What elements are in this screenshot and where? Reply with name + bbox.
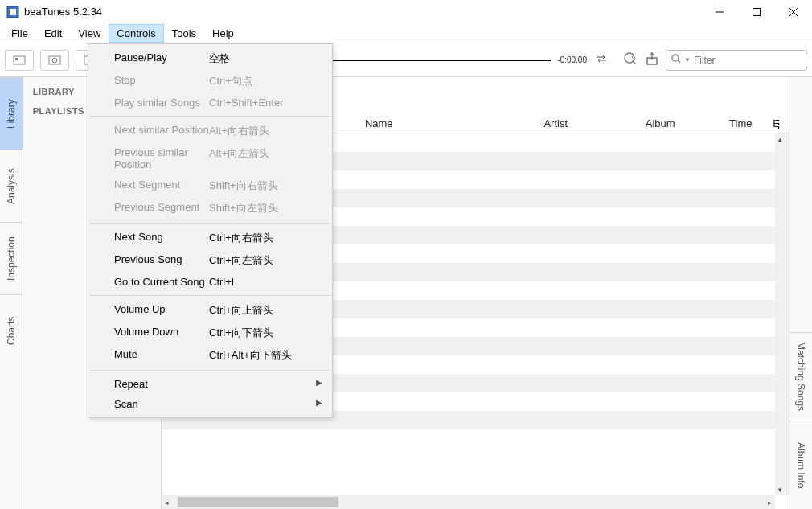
menu-item-label: Scan xyxy=(88,398,209,410)
toolbar-button-2[interactable] xyxy=(40,50,69,71)
menu-item-label: Previous Song xyxy=(88,253,209,268)
search-input[interactable] xyxy=(694,55,812,66)
window-title: beaTunes 5.2.34 xyxy=(24,6,102,18)
menu-item-shortcut: Ctrl+句点 xyxy=(209,74,332,88)
tab-inspection[interactable]: Inspection xyxy=(0,222,23,294)
column-album[interactable]: Album xyxy=(612,117,708,129)
menu-item-shortcut: 空格 xyxy=(209,51,332,66)
menu-separator xyxy=(89,295,331,296)
menu-item-shortcut: Alt+向右箭头 xyxy=(209,124,332,138)
app-icon xyxy=(6,6,19,18)
menu-help[interactable]: Help xyxy=(204,24,242,43)
menu-item-pause-play[interactable]: Pause/Play空格 xyxy=(88,47,332,70)
menu-item-shortcut xyxy=(209,378,332,390)
menu-item-next-segment: Next SegmentShift+向右箭头 xyxy=(88,174,332,197)
time-label: -0:00.00 xyxy=(557,55,587,64)
horizontal-scrollbar-thumb[interactable] xyxy=(178,497,338,507)
menu-item-label: Volume Up xyxy=(88,303,209,318)
column-artist[interactable]: Artist xyxy=(499,117,612,129)
menu-item-label: Repeat xyxy=(88,378,209,390)
menu-tools[interactable]: Tools xyxy=(164,24,204,43)
menu-separator xyxy=(89,116,331,117)
menu-item-previous-segment: Previous SegmentShift+向左箭头 xyxy=(88,197,332,220)
magnify-icon[interactable] xyxy=(622,51,638,69)
svg-line-16 xyxy=(678,60,680,63)
menu-item-mute[interactable]: MuteCtrl+Alt+向下箭头 xyxy=(88,344,332,367)
dropdown-arrow-icon[interactable]: ▼ xyxy=(684,56,691,64)
menu-item-shortcut: Ctrl+向下箭头 xyxy=(209,326,332,340)
horizontal-scrollbar[interactable] xyxy=(162,495,775,509)
svg-line-12 xyxy=(633,61,636,64)
menu-item-shortcut: Ctrl+向左箭头 xyxy=(209,253,332,268)
menu-item-label: Mute xyxy=(88,348,209,363)
menu-item-label: Stop xyxy=(88,74,209,88)
menu-item-stop: StopCtrl+句点 xyxy=(88,70,332,92)
menu-item-label: Previous Segment xyxy=(88,201,209,216)
menu-item-shortcut: Ctrl+Shift+Enter xyxy=(209,96,332,109)
menu-item-next-similar-position: Next similar PositionAlt+向右箭头 xyxy=(88,120,332,142)
close-button[interactable] xyxy=(775,0,812,24)
menu-item-repeat[interactable]: Repeat▶ xyxy=(88,374,332,394)
loop-icon[interactable] xyxy=(593,51,609,69)
submenu-arrow-icon: ▶ xyxy=(316,398,322,407)
menu-item-shortcut: Shift+向右箭头 xyxy=(209,179,332,193)
table-row[interactable] xyxy=(162,429,789,448)
menu-item-previous-similar-position: Previous similar PositionAlt+向左箭头 xyxy=(88,142,332,174)
menubar: File Edit View Controls Tools Help xyxy=(0,24,812,43)
menu-item-label: Next Segment xyxy=(88,179,209,193)
menu-item-shortcut xyxy=(209,398,332,410)
menu-item-next-song[interactable]: Next SongCtrl+向右箭头 xyxy=(88,227,332,249)
menu-separator xyxy=(89,223,331,224)
menu-item-shortcut: Ctrl+向右箭头 xyxy=(209,231,332,245)
minimize-button[interactable] xyxy=(701,0,738,24)
menu-item-volume-up[interactable]: Volume UpCtrl+向上箭头 xyxy=(88,299,332,322)
tab-analysis[interactable]: Analysis xyxy=(0,150,23,222)
svg-rect-3 xyxy=(753,8,761,15)
svg-point-9 xyxy=(52,58,57,63)
menu-item-label: Next similar Position xyxy=(88,124,209,138)
submenu-arrow-icon: ▶ xyxy=(316,378,322,387)
menu-file[interactable]: File xyxy=(3,24,36,43)
svg-point-15 xyxy=(672,55,679,61)
columns-more-icon[interactable]: ⋮ xyxy=(773,117,784,129)
menu-item-label: Go to Current Song xyxy=(88,276,209,288)
toolbar-button-1[interactable] xyxy=(5,50,34,71)
menu-item-volume-down[interactable]: Volume DownCtrl+向下箭头 xyxy=(88,322,332,344)
menu-item-shortcut: Ctrl+L xyxy=(209,276,332,288)
svg-rect-7 xyxy=(15,58,18,60)
menu-separator xyxy=(89,370,331,371)
menu-item-shortcut: Alt+向左箭头 xyxy=(209,146,332,170)
tab-album-info[interactable]: Album Info xyxy=(789,421,812,509)
menu-item-shortcut: Shift+向左箭头 xyxy=(209,201,332,216)
menu-view[interactable]: View xyxy=(70,24,109,43)
svg-rect-1 xyxy=(10,9,16,15)
vertical-scrollbar[interactable] xyxy=(775,133,789,495)
left-tabs: Library Analysis Inspection Charts xyxy=(0,77,23,509)
menu-item-go-to-current-song[interactable]: Go to Current SongCtrl+L xyxy=(88,272,332,292)
menu-item-label: Next Song xyxy=(88,231,209,245)
menu-item-shortcut: Ctrl+向上箭头 xyxy=(209,303,332,318)
maximize-button[interactable] xyxy=(738,0,775,24)
search-icon xyxy=(671,54,681,66)
menu-item-scan[interactable]: Scan▶ xyxy=(88,394,332,414)
tab-matching-songs[interactable]: Matching Songs xyxy=(789,332,812,421)
right-tabs: Matching Songs Album Info xyxy=(789,77,812,509)
controls-dropdown: Pause/Play空格StopCtrl+句点Play similar Song… xyxy=(88,43,333,418)
menu-item-previous-song[interactable]: Previous SongCtrl+向左箭头 xyxy=(88,249,332,272)
menu-controls[interactable]: Controls xyxy=(109,24,163,43)
menu-item-label: Volume Down xyxy=(88,326,209,340)
menu-item-play-similar-songs: Play similar SongsCtrl+Shift+Enter xyxy=(88,92,332,113)
tab-library[interactable]: Library xyxy=(0,77,23,150)
column-time[interactable]: Time xyxy=(708,117,773,129)
titlebar: beaTunes 5.2.34 xyxy=(0,0,812,24)
share-icon[interactable] xyxy=(645,51,659,68)
tab-charts[interactable]: Charts xyxy=(0,294,23,367)
menu-item-label: Pause/Play xyxy=(88,51,209,66)
search-box[interactable]: ▼ xyxy=(666,50,807,71)
menu-item-shortcut: Ctrl+Alt+向下箭头 xyxy=(209,348,332,363)
menu-item-label: Play similar Songs xyxy=(88,96,209,109)
menu-edit[interactable]: Edit xyxy=(36,24,70,43)
menu-item-label: Previous similar Position xyxy=(88,146,209,170)
